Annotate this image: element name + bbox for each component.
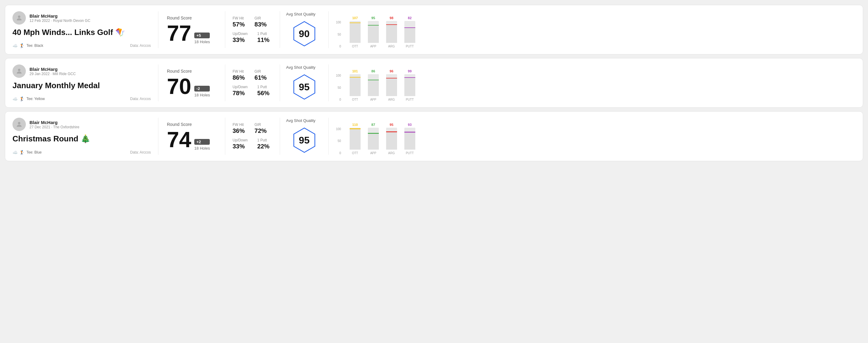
left-section: Blair McHarg 29 Jan 2022 · Mill Ride GCC… — [12, 64, 158, 101]
round-title: Christmas Round 🎄 — [12, 134, 151, 144]
tee-info: ☁️ 🏌️ Tee: Yellow — [12, 96, 45, 101]
bar-line-app — [368, 133, 379, 134]
round-score-label: Round Score — [167, 69, 216, 73]
tee-icon: 🏌️ — [20, 96, 25, 101]
bar-value-putt: 93 — [408, 123, 412, 126]
bar-chart: 100 50 0 107 OTT 95 APP 98 — [336, 14, 851, 48]
avatar — [12, 118, 26, 131]
bar-col-label-arg: ARG — [388, 98, 395, 101]
chart-col-ott: 110 OTT — [350, 123, 361, 155]
weather-icon: ☁️ — [12, 43, 18, 48]
data-source: Data: Arccos — [130, 43, 151, 48]
bar-value-putt: 82 — [408, 16, 412, 20]
chart-section: 100 50 0 101 OTT 86 APP 96 — [329, 64, 856, 101]
tee-info: ☁️ 🏌️ Tee: Black — [12, 43, 43, 48]
bar-wrapper-ott — [350, 21, 361, 43]
fw-hit-stat: FW Hit 36% — [232, 123, 245, 134]
bar-wrapper-putt — [404, 21, 415, 43]
bar-col-label-ott: OTT — [352, 45, 358, 48]
score-badge-block: +5 18 Holes — [194, 33, 210, 44]
bar-wrapper-putt — [404, 128, 415, 150]
y-axis-labels: 100 50 0 — [336, 127, 341, 155]
bar-value-putt: 99 — [408, 69, 412, 73]
bar-wrapper-putt — [404, 74, 415, 96]
user-name: Blair McHarg — [30, 120, 79, 125]
user-name: Blair McHarg — [30, 67, 76, 72]
chart-section: 100 50 0 110 OTT 87 APP 95 — [329, 118, 856, 154]
bar-col-label-app: APP — [370, 98, 376, 101]
score-number: 74 — [167, 129, 191, 151]
bar-wrapper-ott — [350, 74, 361, 96]
stats-section: FW Hit 57% GIR 83% Up/Down 33% 1 Putt 11… — [225, 11, 280, 48]
bar-col-label-arg: ARG — [388, 45, 395, 48]
user-header: Blair McHarg 29 Jan 2022 · Mill Ride GCC — [12, 64, 151, 78]
fw-hit-value: 36% — [232, 127, 245, 134]
y-label-0: 0 — [336, 45, 341, 48]
y-label-100: 100 — [336, 74, 341, 77]
oneputt-value: 11% — [257, 36, 269, 43]
chart-col-putt: 82 PUTT — [404, 16, 415, 48]
tee-icon: 🏌️ — [20, 43, 25, 48]
round-title: 40 Mph Winds... Links Golf 🪁 — [12, 28, 151, 37]
quality-score: 90 — [299, 28, 310, 39]
score-row: 77 +5 18 Holes — [167, 22, 216, 44]
fw-hit-label: FW Hit — [232, 16, 245, 20]
quality-section: Avg Shot Quality 90 — [280, 11, 329, 48]
oneputt-label: 1 Putt — [257, 138, 269, 142]
y-label-100: 100 — [336, 127, 341, 131]
bar-col-label-putt: PUTT — [406, 151, 414, 155]
user-meta: 27 Dec 2021 · The Oxfordshire — [30, 125, 79, 129]
chart-col-app: 87 APP — [368, 123, 379, 155]
bar-wrapper-app — [368, 128, 379, 150]
hexagon-container: 90 — [291, 20, 318, 48]
bar-value-app: 95 — [372, 16, 375, 20]
fw-hit-stat: FW Hit 57% — [232, 16, 245, 28]
bar-value-ott: 107 — [352, 16, 358, 20]
tee-info: ☁️ 🏌️ Tee: Blue — [12, 150, 42, 155]
y-label-0: 0 — [336, 98, 341, 101]
holes-label: 18 Holes — [194, 39, 210, 44]
chart-col-arg: 95 ARG — [386, 123, 397, 155]
chart-col-ott: 107 OTT — [350, 16, 361, 48]
left-section: Blair McHarg 27 Dec 2021 · The Oxfordshi… — [12, 118, 158, 154]
fw-hit-value: 57% — [232, 21, 245, 28]
bar-bg — [350, 77, 361, 96]
score-diff-badge: +2 — [194, 139, 210, 145]
user-info: Blair McHarg 29 Jan 2022 · Mill Ride GCC — [30, 67, 76, 76]
bar-line-ott — [350, 77, 361, 78]
data-source: Data: Arccos — [130, 97, 151, 101]
updown-stat: Up/Down 33% — [232, 32, 247, 43]
gir-value: 61% — [254, 74, 267, 81]
round-card-1: Blair McHarg 12 Feb 2022 · Royal North D… — [5, 5, 863, 55]
svg-point-4 — [18, 122, 20, 124]
quality-score: 95 — [299, 135, 310, 146]
stats-row-top: FW Hit 36% GIR 72% — [232, 123, 272, 134]
score-section: Round Score 74 +2 18 Holes — [158, 118, 225, 154]
bar-bg — [386, 132, 397, 150]
bar-value-arg: 98 — [390, 16, 394, 20]
score-row: 70 -2 18 Holes — [167, 75, 216, 97]
weather-icon: ☁️ — [12, 150, 18, 155]
score-diff-badge: -2 — [194, 86, 210, 92]
oneputt-stat: 1 Putt 11% — [257, 32, 269, 43]
bar-col-label-arg: ARG — [388, 151, 395, 155]
bar-wrapper-ott — [350, 128, 361, 150]
gir-label: GIR — [254, 123, 267, 127]
bar-bg — [368, 25, 379, 43]
stats-row-bottom: Up/Down 33% 1 Putt 11% — [232, 32, 272, 43]
chart-col-arg: 98 ARG — [386, 16, 397, 48]
quality-label: Avg Shot Quality — [286, 65, 316, 70]
bar-col-label-app: APP — [370, 151, 376, 155]
bar-col-label-putt: PUTT — [406, 98, 414, 101]
score-number: 70 — [167, 75, 191, 97]
gir-label: GIR — [254, 69, 267, 73]
score-badge-block: +2 18 Holes — [194, 139, 210, 151]
stats-row-bottom: Up/Down 78% 1 Putt 56% — [232, 85, 272, 97]
round-title: January Monthly Medal — [12, 81, 151, 90]
fw-hit-label: FW Hit — [232, 123, 245, 127]
updown-stat: Up/Down 33% — [232, 138, 247, 150]
user-name: Blair McHarg — [30, 13, 90, 19]
bar-line-putt — [404, 77, 415, 78]
bar-bg — [404, 27, 415, 43]
y-label-50: 50 — [336, 86, 341, 89]
